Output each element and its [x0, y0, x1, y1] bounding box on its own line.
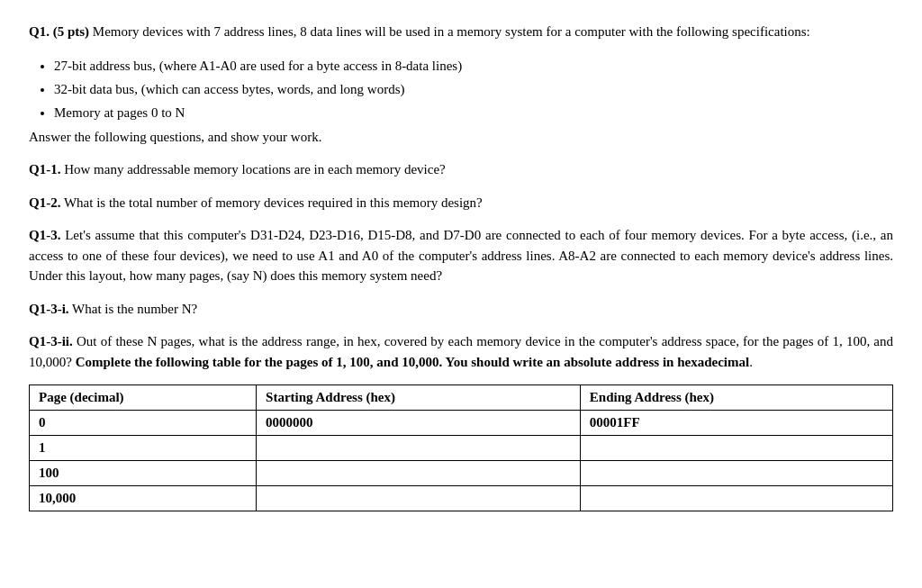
q1-3-line: Q1-3. Let's assume that this computer's …	[29, 225, 893, 286]
q1-1-line: Q1-1. How many addressable memory locati…	[29, 159, 893, 180]
table-row: 100	[30, 461, 893, 486]
table-cell-r0-c2: 00001FF	[580, 411, 892, 436]
q1-3ii-label: Q1-3-ii.	[29, 334, 73, 348]
table-cell-r3-c2	[580, 486, 892, 511]
table-row: 10,000	[30, 486, 893, 511]
address-table: Page (decimal) Starting Address (hex) En…	[29, 384, 893, 511]
bullet-item-1: 27-bit address bus, (where A1-A0 are use…	[54, 55, 893, 77]
bullet-item-2: 32-bit data bus, (which can access bytes…	[54, 78, 893, 100]
bullet-item-3: Memory at pages 0 to N	[54, 102, 893, 123]
main-content: Q1. (5 pts) Memory devices with 7 addres…	[29, 22, 893, 511]
q1-2-body: What is the total number of memory devic…	[64, 195, 483, 210]
col-header-starting: Starting Address (hex)	[257, 385, 581, 411]
q1-1-body: How many addressable memory locations ar…	[64, 162, 446, 176]
q1-2-label: Q1-2.	[29, 195, 60, 210]
question-intro-text: Memory devices with 7 address lines, 8 d…	[93, 24, 810, 39]
answer-instruction-line: Answer the following questions, and show…	[29, 127, 893, 148]
table-cell-r1-c1	[257, 436, 581, 461]
q1-3ii-line: Q1-3-ii. Out of these N pages, what is t…	[29, 331, 893, 372]
q1-1-label: Q1-1.	[29, 162, 60, 176]
q1-3i-body: What is the number N?	[72, 302, 197, 316]
q1-3-body: Let's assume that this computer's D31-D2…	[29, 228, 893, 283]
table-header-row: Page (decimal) Starting Address (hex) En…	[30, 385, 893, 411]
bullet-list: 27-bit address bus, (where A1-A0 are use…	[54, 55, 893, 123]
answer-instruction-text: Answer the following questions, and show…	[29, 130, 321, 144]
col-header-page: Page (decimal)	[30, 385, 257, 411]
table-cell-r0-c0: 0	[30, 411, 257, 436]
table-cell-r2-c2	[580, 461, 892, 486]
table-cell-r2-c0: 100	[30, 461, 257, 486]
q1-3-label: Q1-3.	[29, 228, 60, 242]
q1-3i-line: Q1-3-i. What is the number N?	[29, 299, 893, 320]
table-row: 1	[30, 436, 893, 461]
table-cell-r2-c1	[257, 461, 581, 486]
question-intro-paragraph: Q1. (5 pts) Memory devices with 7 addres…	[29, 22, 893, 42]
q1-3ii-bold-text: Complete the following table for the pag…	[76, 355, 753, 369]
q1-2-line: Q1-2. What is the total number of memory…	[29, 193, 893, 213]
question-number: Q1. (5 pts)	[29, 24, 89, 39]
table-cell-r1-c2	[580, 436, 892, 461]
table-cell-r1-c0: 1	[30, 436, 257, 461]
q1-3i-label: Q1-3-i.	[29, 302, 69, 316]
table-cell-r3-c1	[257, 486, 581, 511]
table-row: 0000000000001FF	[30, 411, 893, 436]
table-cell-r3-c0: 10,000	[30, 486, 257, 511]
table-cell-r0-c1: 0000000	[257, 411, 581, 436]
col-header-ending: Ending Address (hex)	[580, 385, 892, 411]
